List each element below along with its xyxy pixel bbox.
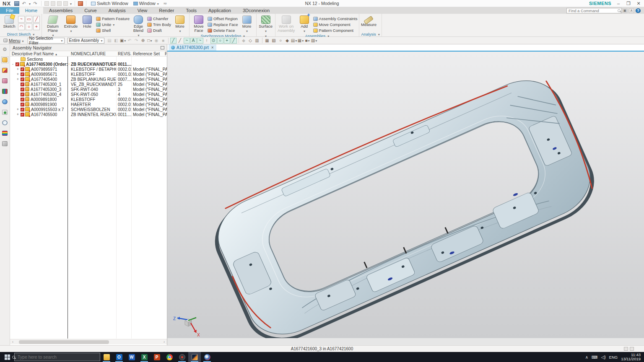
menu-tab-home[interactable]: Home <box>19 7 43 14</box>
sketch-button[interactable]: Sketch <box>2 15 17 28</box>
snap-slash-icon[interactable]: ╱ <box>231 38 237 44</box>
extrude-button[interactable]: Extrude <box>63 15 78 34</box>
undo-selection-icon[interactable]: ↶ <box>127 38 133 44</box>
volume-icon[interactable]: ◁) <box>601 355 606 359</box>
menu-tab-application[interactable]: Application <box>203 7 237 14</box>
group-label-analysis[interactable]: Analysis <box>361 31 379 36</box>
view-cube-icon[interactable]: ■ <box>304 38 311 44</box>
tree-header[interactable]: Descriptive Part Name NOMENCLATURE REVIS… <box>10 51 167 57</box>
copy-icon[interactable] <box>51 1 55 6</box>
history-icon[interactable] <box>1 119 9 126</box>
move-object-icon[interactable]: ▤ <box>106 38 113 44</box>
selection-scope-dropdown[interactable]: Entire Assembly <box>68 38 104 44</box>
language-indicator[interactable]: ENG <box>609 355 618 359</box>
replace-face-button[interactable]: Replace Face <box>208 22 238 27</box>
expander-toggle[interactable]: + <box>16 77 20 81</box>
tree-row[interactable]: +A0079895971KLEBSTOFF / BETAPHON 2D0002.… <box>10 67 167 72</box>
menu-tab-curve[interactable]: Curve <box>78 7 102 14</box>
snap-center-icon[interactable]: ⊙ <box>210 38 217 44</box>
snap-spline-icon[interactable]: ~ <box>197 38 203 44</box>
part-tab[interactable]: A1677405300.prt <box>169 44 216 51</box>
part-navigator-icon[interactable] <box>1 78 9 84</box>
snap-up-icon[interactable]: ↑ <box>204 38 210 44</box>
minimize-ribbon-icon[interactable]: ∧ <box>629 8 634 13</box>
sync-more-button[interactable]: More <box>239 15 254 34</box>
scroll-left-icon[interactable]: ‹ <box>10 339 16 345</box>
status-option-icon[interactable] <box>630 347 634 351</box>
taskbar-search-input[interactable] <box>18 354 80 359</box>
shaded-view-icon[interactable]: ◇ <box>247 38 254 44</box>
scroll-right-icon[interactable]: › <box>161 339 167 345</box>
expander-toggle[interactable]: + <box>16 112 20 116</box>
wcs-icon[interactable]: ■ <box>160 38 166 44</box>
tree-row[interactable]: +A1677405500ZB INNENTEIL RUECKWANDT...00… <box>10 112 167 117</box>
tree-row[interactable]: A1677405300_4SFK-RWT-0504Model ("FINAL_P… <box>10 92 167 97</box>
close-button[interactable]: ✕ <box>636 1 641 6</box>
checkbox-icon[interactable] <box>21 98 24 101</box>
expander-toggle[interactable]: + <box>16 72 20 76</box>
redo-selection-icon[interactable]: ↷ <box>133 38 140 44</box>
draft-button[interactable]: Draft <box>147 28 171 33</box>
window-layout-icon[interactable]: ▦ <box>264 38 270 44</box>
menu-tab-file[interactable]: File <box>0 7 19 14</box>
show-hide-icon[interactable]: ◧ <box>113 38 119 44</box>
grid-icon[interactable]: ▦ <box>298 38 304 44</box>
measure-button[interactable]: Measure <box>361 15 376 27</box>
checkbox-icon[interactable] <box>21 88 24 91</box>
expander-toggle[interactable]: - <box>11 62 15 66</box>
panel-maximize-icon[interactable] <box>161 46 164 49</box>
switch-window-button[interactable]: Switch Window <box>89 1 130 6</box>
effects-icon[interactable]: ▨ <box>311 38 317 44</box>
checkbox-icon[interactable] <box>21 93 24 96</box>
layers-icon[interactable]: ▤ <box>291 38 297 44</box>
tree-row[interactable]: +A0009915503 x 7SCHWEISSBOLZEN0002.01Mod… <box>10 107 167 112</box>
profile-icon[interactable]: ~ <box>18 16 25 23</box>
zoom-in-icon[interactable]: ⊕ <box>140 38 146 44</box>
snap-point-icon[interactable]: + <box>224 38 230 44</box>
tree-row[interactable]: Sections <box>10 57 167 62</box>
shell-button[interactable]: Shell <box>96 28 130 33</box>
snap-curve-icon[interactable]: ~ <box>184 38 190 44</box>
powerpoint-button[interactable]: P <box>151 352 163 362</box>
menu-tab-assemblies[interactable]: Assemblies <box>43 7 78 14</box>
chamfer-button[interactable]: Chamfer <box>147 16 171 21</box>
move-face-button[interactable]: Move Face <box>191 15 206 33</box>
pattern-feature-button[interactable]: Pattern Feature <box>96 16 130 21</box>
selection-filter-dropdown[interactable]: No Selection Filter <box>28 38 65 44</box>
graphics-window[interactable]: A1677405300.prt <box>167 44 644 345</box>
offset-region-button[interactable]: Offset Region <box>208 16 238 21</box>
menu-tab-tools[interactable]: Tools <box>180 7 203 14</box>
trim-body-button[interactable]: Trim Body <box>147 22 171 27</box>
undo-dropdown-caret[interactable] <box>29 1 31 6</box>
tree-row[interactable]: A1677405300_1VE_ZB_RUECKWANDTUER_BFZ...2… <box>10 82 167 87</box>
roles-icon[interactable] <box>1 130 9 137</box>
horizontal-scrollbar[interactable]: ‹ › <box>10 339 167 344</box>
hole-button[interactable]: Hole <box>80 15 95 28</box>
constraint-navigator-icon[interactable] <box>1 67 9 74</box>
tree-row[interactable]: A0009891900HAERTER0002.01Model ("FINAL_P… <box>10 102 167 107</box>
clock[interactable]: 11:4313/11/2019 <box>621 353 641 361</box>
circle-icon[interactable]: ○ <box>26 23 32 30</box>
paint-icon[interactable]: ◆ <box>284 38 291 44</box>
snap-circle-icon[interactable]: ○ <box>217 38 223 44</box>
window-menu-button[interactable]: Window <box>132 1 161 6</box>
circular-app-button[interactable] <box>176 352 188 362</box>
select-box-icon[interactable]: □ <box>147 38 153 44</box>
delete-icon[interactable] <box>78 1 83 6</box>
minimize-button[interactable]: – <box>615 1 621 6</box>
frame-select-icon[interactable]: ▣ <box>120 38 126 44</box>
work-on-assembly-button[interactable]: Work on Assembly <box>277 15 296 33</box>
file-explorer-button[interactable] <box>100 352 113 362</box>
arc-icon[interactable]: ◠ <box>18 23 25 30</box>
point-icon[interactable]: + <box>33 23 40 30</box>
restore-button[interactable]: ❐ <box>626 1 631 6</box>
gear-icon[interactable]: ⚙ <box>1 46 9 53</box>
customize-qat-icon[interactable]: ≂ <box>162 1 168 6</box>
highlight-icon[interactable]: ◉ <box>153 38 160 44</box>
image-capture-icon[interactable]: ▧ <box>271 38 277 44</box>
help-icon[interactable]: ? <box>636 8 641 13</box>
feature-more-button[interactable]: More <box>172 15 187 34</box>
menu-tab-analysis[interactable]: Analysis <box>103 7 132 14</box>
wireframe-icon[interactable]: ▥ <box>254 38 260 44</box>
move-component-button[interactable]: Move Component <box>313 22 358 27</box>
